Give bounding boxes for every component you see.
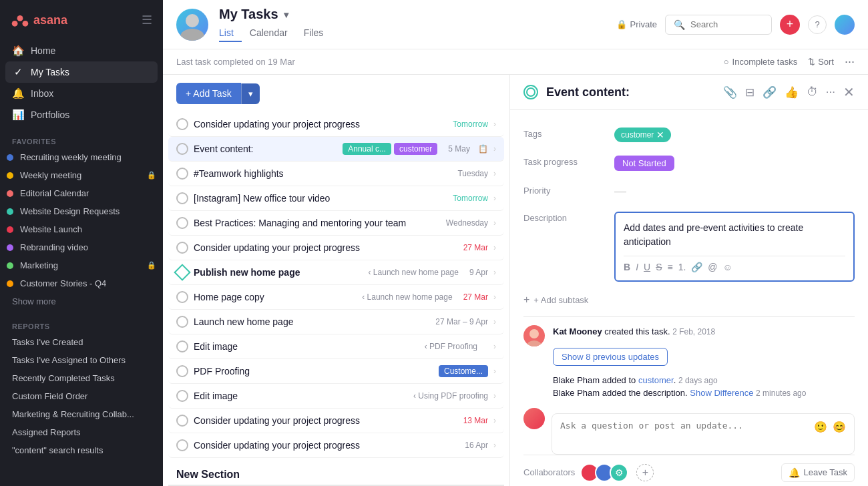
- task-checkbox[interactable]: [176, 242, 188, 254]
- fav-item-4[interactable]: Website Launch: [0, 220, 163, 238]
- smiley-1-icon[interactable]: 🙂: [814, 421, 827, 433]
- link-icon[interactable]: 🔗: [763, 85, 777, 99]
- priority-value: —: [614, 184, 855, 198]
- bold-tool[interactable]: B: [624, 262, 630, 272]
- task-item[interactable]: #Teamwork highlights Tuesday ›: [168, 162, 504, 186]
- sidebar-item-portfolios[interactable]: 📊 Portfolios: [5, 104, 158, 126]
- description-box[interactable]: Add dates and pre-event activities to cr…: [614, 212, 855, 282]
- remove-tag-button[interactable]: ✕: [656, 130, 664, 140]
- search-box[interactable]: 🔍: [665, 15, 772, 35]
- help-button[interactable]: ?: [808, 15, 827, 34]
- fav-item-6[interactable]: Marketing 🔒: [0, 256, 163, 274]
- sidebar-toggle[interactable]: ☰: [142, 13, 152, 27]
- report-item-0[interactable]: Tasks I've Created: [0, 333, 163, 351]
- fav-item-5[interactable]: Rebranding video: [0, 238, 163, 256]
- emoji-tool[interactable]: ☺: [723, 262, 732, 272]
- task-checkbox[interactable]: [176, 168, 188, 180]
- report-item-1[interactable]: Tasks I've Assigned to Others: [0, 351, 163, 369]
- tab-files[interactable]: Files: [296, 25, 332, 42]
- comment-box[interactable]: 🙂 😊: [552, 413, 855, 455]
- task-checkbox[interactable]: [176, 217, 188, 229]
- report-item-4[interactable]: Marketing & Recruiting Collab...: [0, 405, 163, 423]
- task-item[interactable]: Event content: Annual c... customer 5 Ma…: [168, 137, 504, 162]
- fav-item-3[interactable]: Website Design Requests: [0, 202, 163, 220]
- fav-item-2[interactable]: Editorial Calendar: [0, 184, 163, 202]
- add-button[interactable]: +: [780, 15, 800, 35]
- private-badge[interactable]: 🔒 Private: [616, 19, 657, 29]
- task-item[interactable]: Best Practices: Managing and mentoring y…: [168, 211, 504, 236]
- show-more-button[interactable]: Show more: [0, 292, 163, 310]
- tab-calendar[interactable]: Calendar: [242, 25, 296, 42]
- fav-item-1[interactable]: Weekly meeting 🔒: [0, 166, 163, 184]
- task-item[interactable]: PDF Proofing Custome... ›: [168, 359, 504, 384]
- tab-list[interactable]: List: [219, 25, 242, 42]
- task-checkbox[interactable]: [176, 365, 188, 377]
- task-item[interactable]: Home page copy ‹ Launch new home page 27…: [168, 285, 504, 310]
- show-difference-link[interactable]: Show Difference: [690, 388, 753, 398]
- task-checkbox[interactable]: [176, 340, 188, 352]
- mention-tool[interactable]: @: [708, 262, 717, 272]
- sidebar-item-mytasks[interactable]: ✓ My Tasks: [5, 61, 158, 83]
- smiley-2-icon[interactable]: 😊: [833, 421, 846, 433]
- customer-tag[interactable]: customer ✕: [614, 128, 671, 142]
- add-task-button[interactable]: + Add Task: [176, 83, 241, 104]
- report-item-5[interactable]: Assigned Reports: [0, 423, 163, 441]
- customer-link[interactable]: customer: [638, 375, 674, 385]
- task-checkbox[interactable]: [176, 415, 188, 427]
- leave-task-button[interactable]: 🔔 Leave Task: [781, 463, 855, 482]
- task-checkbox[interactable]: [176, 118, 188, 130]
- timer-icon[interactable]: ⏱: [807, 85, 818, 99]
- task-checkbox[interactable]: [176, 192, 188, 204]
- sidebar-item-inbox[interactable]: 🔔 Inbox: [5, 83, 158, 104]
- dot-icon-0: [7, 154, 13, 161]
- search-input[interactable]: [690, 19, 763, 29]
- task-item[interactable]: Edit image ‹ Using PDF proofing ›: [168, 384, 504, 409]
- add-collaborator-button[interactable]: +: [636, 464, 654, 481]
- add-task-dropdown-button[interactable]: ▾: [241, 83, 260, 104]
- incomplete-tasks-filter[interactable]: ○ Incomplete tasks: [724, 57, 797, 67]
- report-item-2[interactable]: Recently Completed Tasks: [0, 369, 163, 387]
- show-updates-button[interactable]: Show 8 previous updates: [553, 348, 668, 366]
- title-dropdown-icon[interactable]: ▾: [284, 9, 288, 20]
- task-checkbox[interactable]: [176, 316, 188, 328]
- numbered-tool[interactable]: 1.: [678, 262, 686, 272]
- user-avatar-small[interactable]: [835, 15, 855, 35]
- underline-tool[interactable]: U: [644, 262, 650, 272]
- report-item-3[interactable]: Custom Field Order: [0, 387, 163, 405]
- strikethrough-tool[interactable]: S: [656, 262, 662, 272]
- task-item[interactable]: Publish new home page ‹ Launch new home …: [168, 260, 504, 285]
- detail-check-icon[interactable]: [523, 85, 538, 99]
- add-subtask-button[interactable]: + + Add subtask: [523, 288, 855, 311]
- italic-tool[interactable]: I: [636, 262, 638, 272]
- home-icon: 🏠: [12, 45, 24, 57]
- task-item[interactable]: [Instagram] New office tour video Tomorr…: [168, 186, 504, 211]
- task-diamond-checkbox[interactable]: [174, 264, 190, 280]
- not-started-badge[interactable]: Not Started: [614, 156, 674, 171]
- like-icon[interactable]: 👍: [785, 85, 799, 99]
- more-icon[interactable]: ···: [826, 85, 835, 99]
- task-checkbox[interactable]: [176, 390, 188, 402]
- subtask-icon[interactable]: ⊟: [745, 85, 754, 99]
- task-arrow-icon: ›: [493, 243, 496, 252]
- close-button[interactable]: ✕: [843, 84, 855, 100]
- more-options-button[interactable]: ···: [845, 55, 855, 69]
- sidebar-item-home[interactable]: 🏠 Home: [5, 40, 158, 61]
- sort-button[interactable]: ⇅ Sort: [808, 57, 834, 67]
- task-checkbox[interactable]: [176, 143, 188, 155]
- attachment-icon[interactable]: 📎: [723, 85, 737, 99]
- report-item-6[interactable]: "content" search results: [0, 441, 163, 459]
- link-tool[interactable]: 🔗: [691, 262, 702, 272]
- task-item[interactable]: Consider updating your project progress …: [168, 236, 504, 260]
- task-checkbox[interactable]: [176, 439, 188, 451]
- task-item[interactable]: Consider updating your project progress …: [168, 409, 504, 433]
- fav-item-7[interactable]: Customer Stories - Q4: [0, 274, 163, 292]
- task-item[interactable]: Edit image ‹ PDF Proofing ›: [168, 334, 504, 359]
- bullet-tool[interactable]: ≡: [667, 262, 672, 272]
- task-item[interactable]: Consider updating your project progress …: [168, 112, 504, 137]
- comment-input[interactable]: [560, 421, 807, 447]
- task-item[interactable]: Launch new home page 27 Mar – 9 Apr ›: [168, 310, 504, 334]
- fav-item-0[interactable]: Recruiting weekly meeting: [0, 148, 163, 166]
- task-item[interactable]: Consider updating your project progress …: [168, 433, 504, 458]
- task-checkbox[interactable]: [176, 291, 188, 303]
- svg-point-4: [180, 29, 204, 41]
